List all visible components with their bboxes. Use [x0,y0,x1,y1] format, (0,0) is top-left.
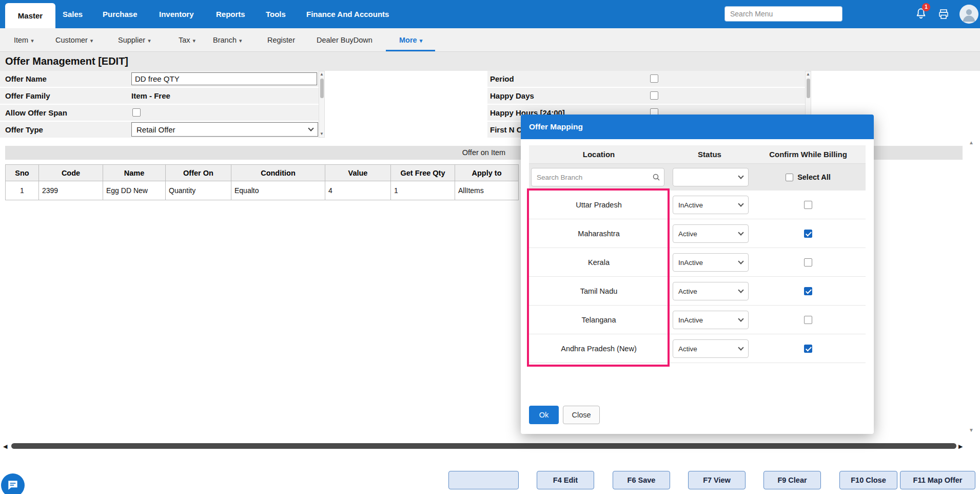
nav-tab-tools[interactable]: Tools [266,0,286,28]
subnav-branch[interactable]: Branch▾ [213,28,242,52]
allow-offer-span-checkbox[interactable] [132,108,141,117]
period-label: Period [490,71,514,87]
page-scroll-up-icon[interactable]: ▲ [969,140,974,145]
scrollbar-thumb[interactable] [807,79,810,98]
nav-tab-purchase[interactable]: Purchase [103,0,138,28]
branch-status-value: InActive [678,201,703,209]
branch-status-value: InActive [678,316,703,324]
hscroll-right-icon[interactable]: ▶ [958,442,963,450]
nav-tab-reports[interactable]: Reports [216,0,245,28]
subnav-tax[interactable]: Tax▾ [179,28,195,52]
branch-location: Maharashtra [529,219,669,248]
happy-days-checkbox[interactable] [650,91,658,100]
cell-offer-on: Quantity [166,181,231,200]
subnav-label: Branch [213,36,237,44]
confirm-billing-checkbox[interactable] [804,258,812,267]
allow-offer-span-label: Allow Offer Span [5,105,67,121]
user-avatar[interactable] [959,5,978,24]
col-header-offer-on: Offer On [166,164,231,181]
f10-close-button[interactable]: F10 Close [839,471,897,489]
subnav-item[interactable]: Item▾ [14,28,34,52]
period-checkbox[interactable] [650,74,658,83]
status-filter-select[interactable] [673,168,749,186]
subnav-customer[interactable]: Customer▾ [55,28,93,52]
form-row-offer-name: Offer Name [0,71,319,87]
printer-icon[interactable] [937,8,950,23]
chat-icon [6,479,19,492]
ok-button[interactable]: Ok [529,406,559,424]
subnav-supplier[interactable]: Supplier▾ [118,28,151,52]
subnav-more[interactable]: More▾ [399,28,422,52]
chat-widget-button[interactable] [1,473,25,494]
modal-filter-row: Select All [529,164,866,191]
branch-status-value: Active [678,230,697,238]
f4-edit-button[interactable]: F4 Edit [537,471,594,489]
form-left-scrollbar[interactable]: ▲ ▼ [319,71,325,138]
select-all-checkbox[interactable] [786,174,793,181]
col-header-get-free-qty: Get Free Qty [391,164,455,181]
form-row-period: Period [487,71,805,87]
branch-status-select[interactable]: Active [673,224,749,243]
chevron-down-icon: ▾ [239,37,242,44]
branch-status-select[interactable]: Active [673,339,749,358]
search-branch-input[interactable] [531,168,664,186]
nav-tab-master[interactable]: Master [5,3,55,28]
confirm-billing-checkbox[interactable] [804,201,812,209]
f6-save-button[interactable]: F6 Save [613,471,670,489]
branch-status-select[interactable]: InActive [673,311,749,329]
form-row-offer-type: Offer Type Retail Offer [0,122,319,138]
f11-map-offer-button[interactable]: F11 Map Offer [900,471,975,489]
col-header-condition: Condition [231,164,325,181]
confirm-billing-checkbox[interactable] [804,287,812,295]
confirm-billing-checkbox[interactable] [804,230,812,238]
scroll-up-icon[interactable]: ▲ [319,72,324,77]
modal-title: Offer Mapping [529,122,583,131]
branch-location: Uttar Pradesh [529,191,669,219]
branch-row: Telangana InActive [529,306,866,334]
scroll-up-icon[interactable]: ▲ [806,72,811,77]
f9-clear-button[interactable]: F9 Clear [763,471,821,489]
col-header-sno: Sno [5,164,39,181]
subnav-dealer-buydown[interactable]: Dealer BuyDown [317,28,373,52]
scrollbar-thumb[interactable] [320,79,324,98]
first-n-label: First N C [490,122,522,138]
hscroll-left-icon[interactable]: ◀ [3,442,7,450]
offer-type-select[interactable]: Retail Offer [131,122,318,137]
chevron-down-icon [738,230,743,235]
cell-name: Egg DD New [103,181,166,200]
footer-blank-button[interactable] [448,471,519,489]
f7-view-button[interactable]: F7 View [688,471,746,489]
table-row[interactable]: 1 2399 Egg DD New Quantity Equalto 4 1 A… [5,181,519,200]
nav-tab-inventory[interactable]: Inventory [159,0,194,28]
table-header-row: Sno Code Name Offer On Condition Value G… [5,164,519,181]
close-button[interactable]: Close [563,406,600,424]
branch-status-select[interactable]: InActive [673,196,749,214]
search-menu-input[interactable] [724,6,842,22]
chevron-down-icon: ▾ [90,37,93,44]
nav-tab-sales[interactable]: Sales [63,0,83,28]
branch-row: Tamil Nadu Active [529,277,866,306]
chevron-down-icon: ▾ [420,37,423,44]
confirm-billing-checkbox[interactable] [804,345,812,353]
branch-status-select[interactable]: InActive [673,253,749,272]
offer-items-table: Sno Code Name Offer On Condition Value G… [5,164,519,200]
scroll-down-icon[interactable]: ▼ [319,131,324,137]
offer-family-label: Offer Family [5,88,50,104]
subnav-register[interactable]: Register [267,28,295,52]
col-header-code: Code [39,164,103,181]
search-icon [652,173,660,183]
nav-tab-finance[interactable]: Finance And Accounts [306,0,389,28]
modal-col-confirm: Confirm While Billing [751,145,866,163]
branch-status-value: InActive [678,259,703,267]
chevron-down-icon [738,201,743,206]
page-scroll-down-icon[interactable]: ▼ [969,427,974,433]
branch-location: Andhra Pradesh (New) [529,334,669,363]
branch-status-select[interactable]: Active [673,282,749,300]
offer-family-value: Item - Free [131,88,170,104]
branch-location: Telangana [529,306,669,334]
active-tab-underline [386,50,435,51]
branch-location: Tamil Nadu [529,277,669,306]
confirm-billing-checkbox[interactable] [804,316,812,324]
offer-name-input[interactable] [131,72,317,85]
horizontal-scrollbar-thumb[interactable] [11,443,956,449]
